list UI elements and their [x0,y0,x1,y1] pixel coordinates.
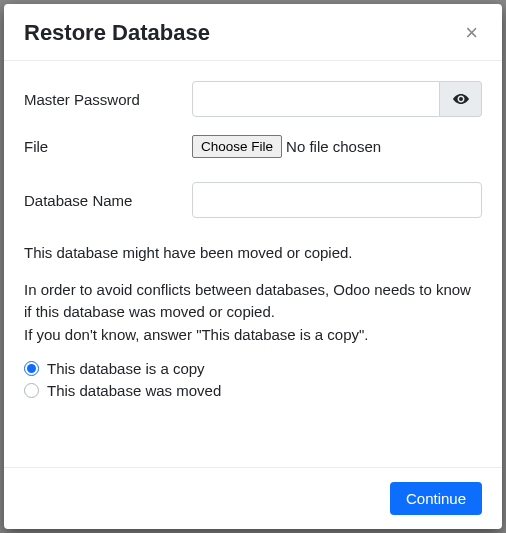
radio-row-copy[interactable]: This database is a copy [24,360,482,377]
eye-icon [453,91,469,107]
info-text-moved-copied: This database might have been moved or c… [24,242,482,265]
radio-copy[interactable] [24,361,39,376]
modal-title: Restore Database [24,20,210,46]
master-password-input[interactable] [192,81,440,117]
info-line3: If you don't know, answer "This database… [24,326,369,343]
radio-moved-label[interactable]: This database was moved [47,382,221,399]
restore-database-modal: Restore Database × Master Password File … [4,4,502,529]
toggle-password-visibility-button[interactable] [440,81,482,117]
info-text-conflicts: In order to avoid conflicts between data… [24,279,482,347]
database-name-row: Database Name [24,182,482,218]
file-row: File Choose File No file chosen [24,135,482,158]
master-password-label: Master Password [24,91,192,108]
database-name-label: Database Name [24,192,192,209]
radio-row-moved[interactable]: This database was moved [24,382,482,399]
copy-or-move-radio-group: This database is a copy This database wa… [24,360,482,399]
info-line2: In order to avoid conflicts between data… [24,281,471,321]
radio-copy-label[interactable]: This database is a copy [47,360,205,377]
close-button[interactable]: × [461,22,482,44]
master-password-row: Master Password [24,81,482,117]
modal-header: Restore Database × [4,4,502,61]
choose-file-button[interactable]: Choose File [192,135,282,158]
file-input-group: Choose File No file chosen [192,135,381,158]
file-label: File [24,138,192,155]
close-icon: × [465,20,478,45]
continue-button[interactable]: Continue [390,482,482,515]
database-name-input[interactable] [192,182,482,218]
password-input-group [192,81,482,117]
file-status-text: No file chosen [286,138,381,155]
modal-footer: Continue [4,467,502,529]
radio-moved[interactable] [24,383,39,398]
modal-body: Master Password File Choose File No file… [4,61,502,467]
